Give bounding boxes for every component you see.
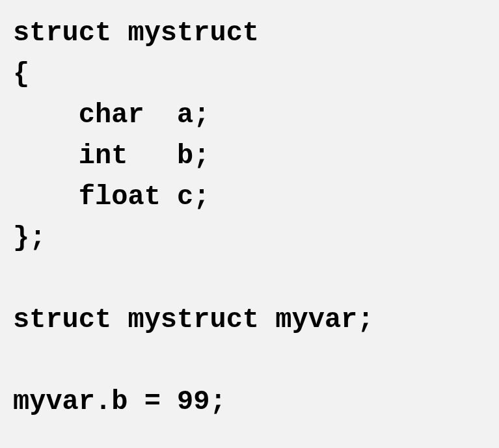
code-snippet: struct mystruct { char a; int b; float c… xyxy=(13,13,486,423)
code-line: char a; xyxy=(13,99,209,131)
code-line: }; xyxy=(13,222,46,254)
code-line: float c; xyxy=(13,181,209,213)
code-line: myvar.b = 99; xyxy=(13,386,226,417)
code-line: struct mystruct myvar; xyxy=(13,304,374,336)
code-line: int b; xyxy=(13,140,209,172)
code-line: struct mystruct xyxy=(13,18,259,49)
code-line: { xyxy=(13,59,29,90)
